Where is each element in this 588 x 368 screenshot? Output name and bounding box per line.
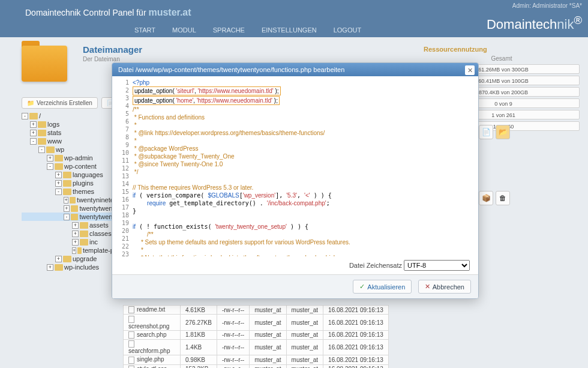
line-numbers: 1 2 3 4 5 6 7 8 9 10 11 12 13 14 15 16 1…: [118, 79, 133, 254]
code-content[interactable]: <?php update_option( 'siteurl', 'https:/…: [133, 79, 472, 254]
update-button[interactable]: ✓Aktualisieren: [353, 280, 412, 294]
modal-header: Datei /www/wp/wp-content/themes/twentytw…: [112, 63, 478, 76]
close-icon[interactable]: ✕: [465, 65, 475, 75]
update-label: Aktualisieren: [367, 283, 405, 291]
charset-select[interactable]: UTF-8: [404, 260, 470, 271]
code-editor[interactable]: 1 2 3 4 5 6 7 8 9 10 11 12 13 14 15 16 1…: [112, 76, 478, 256]
edit-file-modal: Datei /www/wp/wp-content/themes/twentytw…: [112, 62, 479, 299]
modal-title: Datei /www/wp/wp-content/themes/twentytw…: [118, 66, 344, 73]
charset-label: Datei Zeichensatz: [349, 262, 402, 269]
charset-row: Datei Zeichensatz UTF-8: [112, 256, 478, 274]
modal-footer: ✓Aktualisieren ✕Abbrechen: [112, 274, 478, 298]
cancel-button[interactable]: ✕Abbrechen: [418, 280, 471, 294]
cancel-label: Abbrechen: [433, 283, 464, 291]
check-icon: ✓: [359, 283, 365, 291]
modal-overlay: Datei /www/wp/wp-content/themes/twentytw…: [0, 0, 588, 368]
x-icon: ✕: [425, 283, 430, 291]
